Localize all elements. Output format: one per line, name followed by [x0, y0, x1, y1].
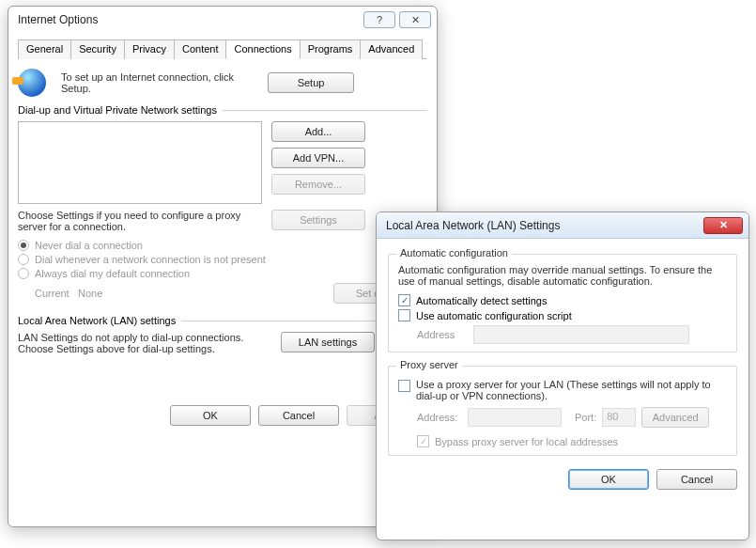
- globe-icon: [18, 69, 46, 97]
- setup-text: To set up an Internet connection, click …: [61, 71, 258, 94]
- lan-settings-button[interactable]: LAN settings: [281, 332, 375, 352]
- window-title: Internet Options: [18, 13, 360, 26]
- radio-never-dial: Never dial a connection: [18, 240, 427, 251]
- bypass-local-checkbox: Bypass proxy server for local addresses: [417, 435, 727, 447]
- automatic-configuration-group: Automatic configuration Automatic config…: [388, 254, 737, 352]
- dialup-listbox[interactable]: [18, 121, 262, 204]
- tab-privacy[interactable]: Privacy: [124, 39, 175, 59]
- help-button[interactable]: ?: [363, 11, 395, 28]
- checkbox-icon: [417, 435, 429, 447]
- lan-settings-dialog: Local Area Network (LAN) Settings ✕ Auto…: [376, 211, 749, 540]
- auto-help-text: Automatic configuration may override man…: [398, 264, 727, 287]
- window-title: Local Area Network (LAN) Settings: [386, 219, 700, 232]
- dialup-section-label: Dial-up and Virtual Private Network sett…: [18, 104, 217, 116]
- current-value: None: [78, 288, 324, 299]
- cancel-button[interactable]: Cancel: [258, 405, 339, 426]
- lan-section-label: Local Area Network (LAN) settings: [18, 315, 176, 326]
- ok-button[interactable]: OK: [568, 469, 649, 490]
- proxy-server-group: Proxy server Use a proxy server for your…: [388, 366, 737, 456]
- tab-security[interactable]: Security: [70, 39, 125, 59]
- current-label: Current: [18, 288, 69, 299]
- tab-connections[interactable]: Connections: [225, 39, 300, 59]
- remove-button: Remove...: [271, 174, 365, 195]
- radio-always-dial: Always dial my default connection: [18, 268, 427, 279]
- lan-help-text: LAN Settings do not apply to dial-up con…: [18, 332, 271, 354]
- settings-button: Settings: [271, 210, 365, 230]
- proxy-port-input: 80: [602, 408, 636, 427]
- ok-button[interactable]: OK: [170, 405, 251, 426]
- tab-general[interactable]: General: [18, 39, 71, 59]
- checkbox-icon: [398, 380, 410, 392]
- group-legend: Automatic configuration: [396, 247, 512, 258]
- cancel-button[interactable]: Cancel: [656, 469, 737, 490]
- group-legend: Proxy server: [396, 359, 462, 370]
- proxy-port-label: Port:: [575, 412, 596, 423]
- radio-dial-whenever: Dial whenever a network connection is no…: [18, 254, 427, 265]
- tab-row: General Security Privacy Content Connect…: [18, 39, 427, 59]
- tab-advanced[interactable]: Advanced: [360, 39, 423, 59]
- use-proxy-checkbox[interactable]: Use a proxy server for your LAN (These s…: [398, 379, 727, 401]
- radio-icon: [18, 240, 29, 251]
- internet-options-dialog: Internet Options ? ✕ General Security Pr…: [8, 6, 438, 527]
- proxy-address-label: Address:: [417, 412, 462, 423]
- script-address-input: [473, 325, 689, 344]
- dialog-footer: OK Cancel: [388, 469, 737, 490]
- titlebar[interactable]: Internet Options ? ✕: [8, 7, 437, 33]
- auto-detect-checkbox[interactable]: Automatically detect settings: [398, 294, 727, 306]
- tab-content[interactable]: Content: [174, 39, 227, 59]
- checkbox-icon: [398, 294, 410, 306]
- proxy-address-input: [468, 408, 562, 427]
- titlebar[interactable]: Local Area Network (LAN) Settings ✕: [377, 212, 748, 239]
- proxy-help-text: Choose Settings if you need to configure…: [18, 210, 262, 232]
- close-button[interactable]: ✕: [703, 217, 743, 234]
- dialog-footer: OK Cancel Apply: [18, 405, 427, 426]
- auto-script-checkbox[interactable]: Use automatic configuration script: [398, 309, 727, 321]
- address-label: Address: [417, 329, 464, 340]
- close-button[interactable]: ✕: [399, 11, 431, 28]
- radio-icon: [18, 254, 29, 265]
- setup-button[interactable]: Setup: [268, 72, 354, 93]
- radio-icon: [18, 268, 29, 279]
- tab-programs[interactable]: Programs: [300, 39, 362, 59]
- add-button[interactable]: Add...: [271, 121, 365, 142]
- add-vpn-button[interactable]: Add VPN...: [271, 148, 365, 168]
- advanced-button: Advanced: [641, 407, 709, 428]
- checkbox-icon: [398, 309, 410, 321]
